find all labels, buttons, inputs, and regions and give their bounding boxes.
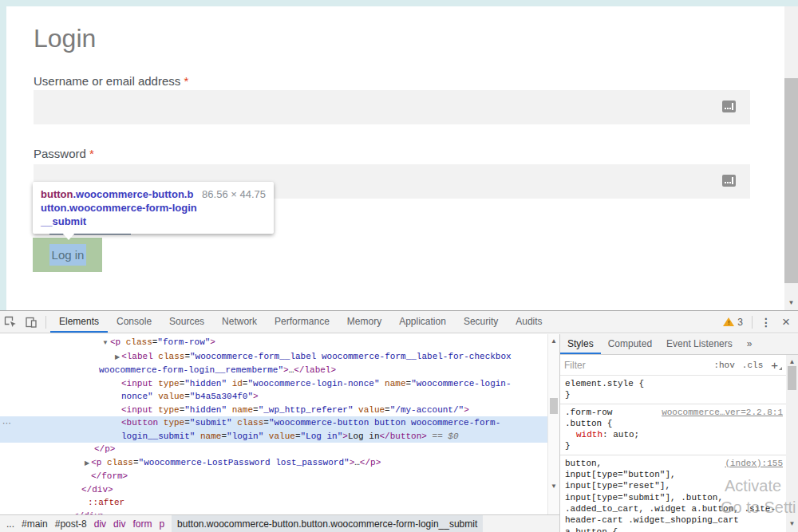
- css-property[interactable]: width: auto;: [565, 429, 781, 440]
- dom-node[interactable]: <input type="hidden" id="woocommerce-log…: [0, 377, 547, 391]
- tab-audits[interactable]: Audits: [507, 311, 551, 333]
- dom-node[interactable]: </form>: [0, 470, 547, 483]
- code-token: "woocommerce-login-nonce": [247, 379, 379, 388]
- rule-selector[interactable]: .button {: [565, 418, 781, 429]
- code-token: value: [153, 392, 185, 401]
- code-token: class: [101, 458, 133, 467]
- rule-selector[interactable]: .added_to_cart, .widget a.button, .site-: [565, 503, 781, 514]
- breadcrumb-item[interactable]: ...: [6, 518, 14, 530]
- rule-selector[interactable]: header-cart .widget_shopping_cart: [565, 514, 781, 526]
- breadcrumb-item[interactable]: p: [159, 518, 164, 530]
- rule-selector[interactable]: input[type="submit"], .button,: [565, 492, 781, 503]
- tab-performance[interactable]: Performance: [266, 311, 338, 333]
- tab-elements[interactable]: Elements: [50, 311, 108, 333]
- page-scrollbar[interactable]: ▼: [784, 6, 798, 310]
- dom-node[interactable]: woocommerce-form-login__rememberme">…</l…: [0, 364, 547, 377]
- scrollbar-thumb[interactable]: [550, 398, 558, 414]
- sidebar-tab-event-listeners[interactable]: Event Listeners: [659, 334, 740, 354]
- close-icon[interactable]: ×: [776, 314, 796, 330]
- tab-console[interactable]: Console: [108, 311, 160, 333]
- cls-toggle[interactable]: .cls: [742, 361, 763, 370]
- scroll-down-icon[interactable]: ▼: [548, 481, 559, 492]
- dom-node[interactable]: ▶<p class="woocommerce-LostPassword lost…: [0, 456, 547, 471]
- code-token: "hidden": [184, 379, 227, 388]
- dom-node[interactable]: ▼<p class="form-row">: [0, 336, 547, 350]
- dom-node[interactable]: ::after: [0, 496, 547, 510]
- rule-selector[interactable]: input[type="button"],: [565, 469, 781, 480]
- styles-filter-row: Filter :hov .cls +: [560, 355, 786, 376]
- rule-close-brace: }: [565, 440, 781, 451]
- scrollbar-thumb[interactable]: [784, 78, 798, 283]
- expand-arrow-icon[interactable]: ▶: [115, 353, 120, 361]
- code-token: woocommerce-form-login__rememberme": [99, 365, 283, 375]
- property-name: width: [576, 430, 602, 439]
- dom-node[interactable]: nonce" value="b4a5a304f0">: [0, 390, 547, 404]
- elements-scrollbar[interactable]: ▲ ▼: [547, 334, 559, 515]
- sidebar-tab-styles[interactable]: Styles: [560, 334, 601, 354]
- code-token: <input: [121, 405, 153, 415]
- tab-application[interactable]: Application: [390, 311, 455, 333]
- inspect-element-icon[interactable]: [0, 312, 21, 333]
- code-token: =: [184, 352, 190, 361]
- input-ime-icon[interactable]: [722, 100, 736, 112]
- code-token: "woocommerce-button button woocommerce-f…: [269, 418, 500, 428]
- style-rule: element.style {}: [560, 376, 786, 404]
- rule-selector[interactable]: element.style {: [565, 378, 781, 389]
- page-title: Login: [34, 24, 96, 53]
- breadcrumb-item[interactable]: div: [94, 518, 106, 530]
- scroll-down-icon[interactable]: ▼: [784, 298, 798, 309]
- selected-dom-node[interactable]: ⋯<button type="submit" class="woocommerc…: [0, 416, 547, 430]
- breadcrumb-item-selected[interactable]: button.woocommerce-button.button.woocomm…: [172, 515, 483, 532]
- scroll-up-icon[interactable]: ▲: [548, 336, 559, 347]
- rule-selector[interactable]: a.button {: [565, 526, 781, 532]
- breadcrumb-item[interactable]: form: [132, 518, 152, 530]
- code-token: =: [184, 418, 190, 428]
- code-token: >: [342, 432, 348, 441]
- tooltip-tag: button: [41, 188, 73, 200]
- code-token: >: [210, 337, 215, 347]
- code-token: >: [464, 405, 469, 415]
- stylesheet-link[interactable]: (index):155: [725, 458, 783, 469]
- tooltip-arrow: [62, 233, 75, 240]
- login-button[interactable]: Log in: [33, 238, 102, 272]
- tab-security[interactable]: Security: [455, 311, 507, 333]
- new-style-rule-button[interactable]: +: [771, 358, 782, 372]
- more-tabs-chevron-icon[interactable]: »: [740, 334, 760, 354]
- tab-memory[interactable]: Memory: [338, 311, 390, 333]
- stylesheet-link[interactable]: woocommerce…ver=2.2.8:1: [662, 407, 783, 418]
- hov-toggle[interactable]: :hov: [713, 361, 734, 370]
- console-warnings-badge[interactable]: ! 3: [723, 317, 743, 328]
- kebab-menu-icon[interactable]: ⋮: [757, 316, 776, 329]
- expand-arrow-icon[interactable]: ▶: [85, 459, 89, 467]
- breadcrumb-item[interactable]: #main: [22, 518, 48, 530]
- styles-scrollbar[interactable]: ▲ ▼: [786, 355, 798, 532]
- devtools-tabs: ElementsConsoleSourcesNetworkPerformance…: [50, 311, 551, 333]
- collapse-arrow-icon[interactable]: ▼: [102, 339, 109, 346]
- tab-network[interactable]: Network: [213, 311, 266, 333]
- required-asterisk: *: [89, 147, 94, 160]
- dom-node[interactable]: </p>: [0, 443, 547, 456]
- code-token: …: [354, 458, 360, 467]
- sidebar-tab-computed[interactable]: Computed: [601, 334, 659, 354]
- code-token: >: [253, 392, 259, 401]
- login-button-label: Log in: [52, 248, 85, 262]
- code-token: =: [253, 405, 259, 415]
- breadcrumb-item[interactable]: #post-8: [55, 518, 87, 530]
- overflow-menu-icon[interactable]: ⋯: [2, 416, 12, 430]
- device-toolbar-icon[interactable]: [21, 312, 41, 333]
- rule-selector[interactable]: input[type="reset"],: [565, 480, 781, 491]
- breadcrumb-item[interactable]: div: [113, 518, 125, 530]
- selected-dom-node[interactable]: login__submit" name="login" value="Log i…: [0, 430, 547, 443]
- code-token: name: [195, 432, 221, 441]
- tab-sources[interactable]: Sources: [160, 311, 213, 333]
- dom-node[interactable]: ▶<label class="woocommerce-form__label w…: [0, 350, 547, 365]
- scroll-down-icon[interactable]: ▼: [786, 518, 798, 530]
- username-label: Username or email address *: [34, 74, 188, 88]
- dom-node[interactable]: </div>: [0, 483, 547, 497]
- dom-node[interactable]: <input type="hidden" name="_wp_http_refe…: [0, 404, 547, 417]
- code-token: type: [158, 418, 184, 428]
- scrollbar-thumb[interactable]: [788, 366, 796, 390]
- username-input[interactable]: [34, 90, 750, 124]
- filter-input[interactable]: Filter: [564, 360, 706, 371]
- input-ime-icon[interactable]: [722, 175, 736, 187]
